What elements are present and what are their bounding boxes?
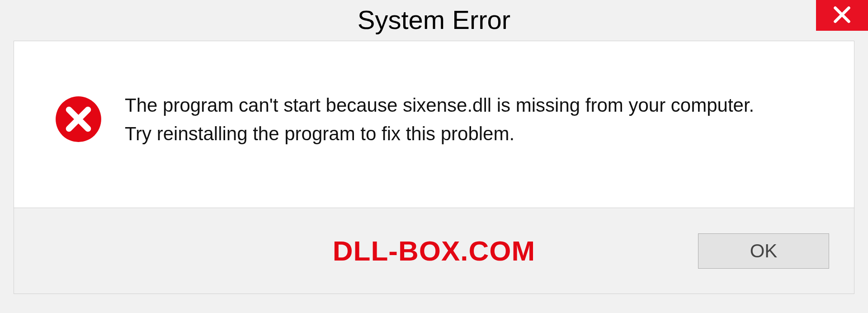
message-panel: The program can't start because sixense.… bbox=[14, 41, 854, 208]
error-icon bbox=[55, 95, 102, 145]
message-line-2: Try reinstalling the program to fix this… bbox=[125, 121, 754, 147]
titlebar: System Error bbox=[0, 0, 868, 41]
dialog-title: System Error bbox=[358, 5, 510, 35]
close-icon bbox=[832, 5, 852, 27]
message-text-block: The program can't start because sixense.… bbox=[125, 93, 754, 147]
dialog-footer: DLL-BOX.COM OK bbox=[14, 208, 854, 294]
watermark-text: DLL-BOX.COM bbox=[333, 235, 535, 267]
ok-button[interactable]: OK bbox=[698, 233, 829, 269]
message-line-1: The program can't start because sixense.… bbox=[125, 93, 754, 119]
close-button[interactable] bbox=[816, 0, 868, 31]
